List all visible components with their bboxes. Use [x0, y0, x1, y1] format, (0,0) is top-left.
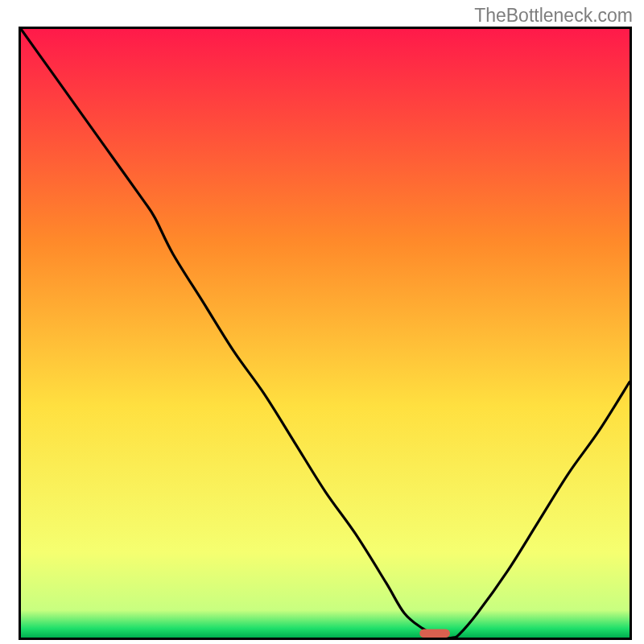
watermark-text: TheBottleneck.com [474, 5, 633, 27]
optimal-marker [419, 629, 450, 638]
gradient-background [21, 29, 630, 638]
bottleneck-curve-plot [21, 29, 630, 638]
